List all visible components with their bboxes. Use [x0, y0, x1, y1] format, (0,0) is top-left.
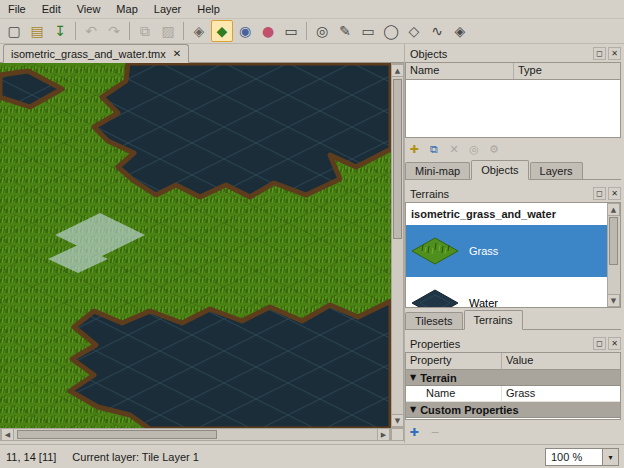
menu-file[interactable]: File: [0, 1, 34, 17]
objects-table: Name Type: [405, 62, 621, 138]
property-group-terrain-label: Terrain: [420, 372, 456, 384]
objects-float-icon[interactable]: ◻: [593, 47, 606, 60]
properties-close-icon[interactable]: ✕: [608, 337, 621, 350]
edit-polygons-icon[interactable]: ✎: [334, 20, 356, 42]
menu-view[interactable]: View: [69, 1, 109, 17]
menu-layer[interactable]: Layer: [146, 1, 190, 17]
main-toolbar: ▢ ▤ ↧ ↶ ↷ ⧉ ▨ ◈ ◆ ◉ ● ▭ ◎ ✎ ▭ ◯ ◇ ∿ ◈: [0, 19, 624, 44]
object-properties-icon[interactable]: ⚙: [485, 140, 503, 158]
menu-help[interactable]: Help: [189, 1, 228, 17]
open-icon[interactable]: ▤: [26, 20, 48, 42]
terrains-scroll-up-icon[interactable]: ▲: [607, 203, 620, 216]
copy-icon[interactable]: ⧉: [134, 20, 156, 42]
objects-list-empty[interactable]: [406, 80, 620, 138]
property-group-terrain[interactable]: ▼ Terrain: [406, 370, 620, 386]
property-name-label: Name: [406, 386, 502, 401]
insert-tile-icon[interactable]: ◈: [449, 20, 471, 42]
redo-icon[interactable]: ↷: [103, 20, 125, 42]
water-pool-bottom: [70, 301, 391, 428]
property-name-value[interactable]: Grass: [502, 386, 620, 401]
objects-col-name[interactable]: Name: [406, 63, 514, 79]
tab-mini-map[interactable]: Mini-map: [405, 162, 470, 179]
toolbar-separator: [306, 22, 307, 40]
objects-col-type[interactable]: Type: [514, 63, 620, 79]
zoom-value: 100 %: [546, 451, 602, 463]
collapse-arrow-icon[interactable]: ▼: [410, 373, 416, 382]
paste-icon[interactable]: ▨: [157, 20, 179, 42]
status-bar: 11, 14 [11] Current layer: Tile Layer 1 …: [0, 444, 624, 468]
document-tab[interactable]: isometric_grass_and_water.tmx ✕: [3, 44, 189, 63]
terrain-item-water[interactable]: Water: [406, 277, 620, 308]
tab-tilesets[interactable]: Tilesets: [405, 312, 463, 329]
properties-col-value[interactable]: Value: [502, 353, 620, 369]
properties-table: Property Value ▼ Terrain Name Grass ▼ Cu…: [405, 352, 621, 420]
terrains-list: isometric_grass_and_water Grass Water ▲ …: [405, 202, 621, 308]
insert-ellipse-icon[interactable]: ◯: [380, 20, 402, 42]
scrollbar-corner: [391, 428, 404, 441]
scroll-right-icon[interactable]: ▶: [377, 428, 390, 441]
objects-close-icon[interactable]: ✕: [608, 47, 621, 60]
terrain-water-label: Water: [469, 297, 498, 308]
property-group-custom-label: Custom Properties: [420, 404, 518, 416]
sheet-dock-tabs: Tilesets Terrains: [405, 310, 621, 330]
map-canvas[interactable]: [0, 63, 391, 428]
properties-dock-title: Properties: [410, 338, 591, 350]
vertical-scroll-thumb[interactable]: [393, 79, 402, 239]
terrains-scroll-thumb[interactable]: [609, 217, 618, 265]
scroll-down-icon[interactable]: ▼: [391, 414, 404, 427]
scroll-left-icon[interactable]: ◀: [1, 428, 14, 441]
bucket-fill-icon[interactable]: ◉: [234, 20, 256, 42]
terrains-close-icon[interactable]: ✕: [608, 187, 621, 200]
terrains-scroll-down-icon[interactable]: ▼: [607, 294, 620, 307]
rect-select-icon[interactable]: ▭: [280, 20, 302, 42]
terrains-dock-title: Terrains: [410, 188, 591, 200]
terrains-dock-titlebar: Terrains ◻ ✕: [405, 186, 621, 201]
insert-polygon-icon[interactable]: ◇: [403, 20, 425, 42]
terrains-float-icon[interactable]: ◻: [593, 187, 606, 200]
terrain-tileset-header[interactable]: isometric_grass_and_water: [406, 203, 620, 225]
menu-map[interactable]: Map: [108, 1, 145, 17]
add-object-icon[interactable]: ✚: [405, 140, 423, 158]
horizontal-scrollbar[interactable]: ◀ ▶: [0, 428, 391, 441]
terrains-scrollbar[interactable]: ▲ ▼: [607, 203, 620, 307]
insert-polyline-icon[interactable]: ∿: [426, 20, 448, 42]
tiled-window: File Edit View Map Layer Help ▢ ▤ ↧ ↶ ↷ …: [0, 0, 624, 468]
insert-rectangle-icon[interactable]: ▭: [357, 20, 379, 42]
collapse-arrow-icon[interactable]: ▼: [410, 405, 416, 414]
tab-objects[interactable]: Objects: [471, 160, 528, 180]
toolbar-separator: [75, 22, 76, 40]
tab-terrains[interactable]: Terrains: [464, 310, 523, 330]
properties-float-icon[interactable]: ◻: [593, 337, 606, 350]
property-group-custom[interactable]: ▼ Custom Properties: [406, 402, 620, 418]
remove-property-icon[interactable]: −: [426, 423, 444, 441]
objects-table-header: Name Type: [406, 63, 620, 80]
menu-edit[interactable]: Edit: [34, 1, 69, 17]
select-object-icon[interactable]: ◎: [311, 20, 333, 42]
menu-bar: File Edit View Map Layer Help: [0, 0, 624, 19]
eraser-icon[interactable]: ●: [257, 20, 279, 42]
tab-close-icon[interactable]: ✕: [173, 48, 181, 59]
remove-object-icon[interactable]: ✕: [445, 140, 463, 158]
terrain-item-grass[interactable]: Grass: [406, 225, 620, 277]
duplicate-object-icon[interactable]: ⧉: [425, 140, 443, 158]
grass-tile-icon: [410, 236, 460, 266]
zoom-combobox[interactable]: 100 % ▾: [545, 448, 619, 466]
zoom-dropdown-icon[interactable]: ▾: [602, 449, 618, 465]
terrain-brush-icon[interactable]: ◆: [211, 20, 233, 42]
vertical-scrollbar[interactable]: ▲ ▼: [391, 63, 404, 428]
undo-icon[interactable]: ↶: [80, 20, 102, 42]
goto-object-icon[interactable]: ◎: [465, 140, 483, 158]
save-icon[interactable]: ↧: [49, 20, 71, 42]
map-view: [0, 63, 391, 428]
objects-dock-title: Objects: [410, 48, 591, 60]
new-map-icon[interactable]: ▢: [3, 20, 25, 42]
add-property-icon[interactable]: ✚: [405, 423, 423, 441]
property-row-name[interactable]: Name Grass: [406, 386, 620, 402]
terrain-grass-label: Grass: [469, 245, 498, 257]
horizontal-scroll-thumb[interactable]: [17, 430, 217, 439]
current-layer-label: Current layer: Tile Layer 1: [72, 451, 199, 463]
scroll-up-icon[interactable]: ▲: [391, 64, 404, 77]
properties-col-property[interactable]: Property: [406, 353, 502, 369]
tab-layers[interactable]: Layers: [530, 162, 583, 179]
stamp-brush-icon[interactable]: ◈: [188, 20, 210, 42]
